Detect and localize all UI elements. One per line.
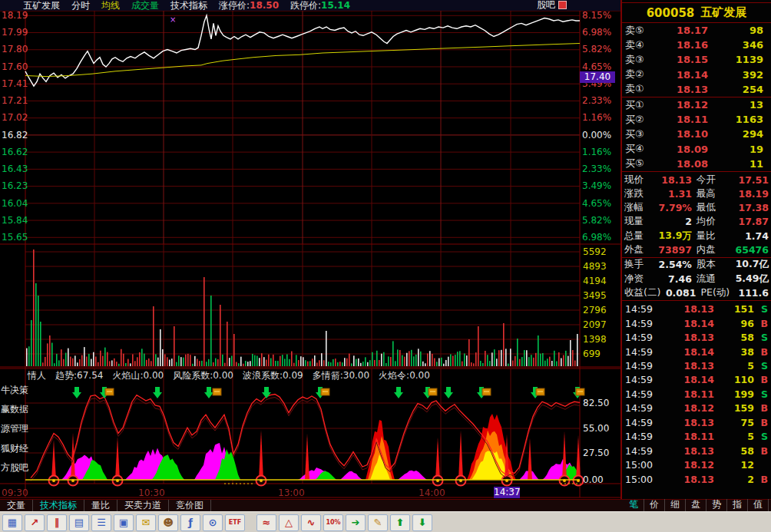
volume-bar [45,357,46,366]
right-tab-值[interactable]: 值 [748,499,769,511]
volume-bar [236,362,237,366]
tab-买卖力道[interactable]: 买卖力道 [117,500,169,512]
list-view-icon[interactable]: ☰ [91,514,111,531]
guba-button[interactable]: 股吧 [537,0,567,10]
right-tab-价[interactable]: 价 [644,499,665,511]
menu-item-均线[interactable]: 均线 [101,1,120,11]
ask-row[interactable]: 卖⑤18.1798 [622,23,771,38]
volume-bar [266,360,267,366]
right-tab-势[interactable]: 势 [706,499,727,511]
stat-value: 7.79% [644,202,692,213]
menu-item-技术指标[interactable]: 技术指标 [170,1,207,11]
tab-量比[interactable]: 量比 [84,500,117,512]
search-icon[interactable]: ⊙ [203,514,223,531]
sidebar-item-源管理[interactable]: 源管理 [1,423,28,434]
kline-chart-icon[interactable]: ‖ [47,514,67,531]
stat-row: 现价18.13今开17.51 [622,173,771,187]
sell-arrow-icon [394,387,403,398]
volume-bar [180,357,182,366]
volume-bar [556,362,558,366]
sidebar-item-狐财经[interactable]: 狐财经 [1,443,28,454]
ask-price: 18.17 [657,25,720,36]
volume-bar [512,361,514,366]
quote-board-icon[interactable]: ▦ [2,514,22,531]
tab-交量[interactable]: 交量 [0,500,33,512]
quote-stock-name: 五矿发展 [700,5,746,20]
sidebar-item-牛决策[interactable]: 牛决策 [1,385,28,395]
price-axis-left-label: 17.02 [2,112,28,123]
sidebar-item-方股吧[interactable]: 方股吧 [1,462,28,473]
trade-price: 18.11 [657,388,714,400]
right-tab-细[interactable]: 细 [665,499,686,511]
arrow-up-icon[interactable]: ⬆ [390,514,410,531]
chart-canvas[interactable] [0,11,620,499]
volume-bar [77,362,78,366]
right-tab-指[interactable]: 指 [727,499,748,511]
volume-bar [441,358,442,366]
bid-row[interactable]: 买⑤18.0811 [622,157,771,171]
tab-技术指标[interactable]: 技术指标 [33,500,84,512]
trend-chart-icon[interactable]: ↗ [25,514,45,531]
menu-item-成交量[interactable]: 成交量 [131,1,159,11]
page-copy-icon[interactable]: ▣ [114,514,134,531]
wave-lines-icon[interactable]: ≈ [256,514,276,531]
volume-bar [70,357,71,366]
function-icon[interactable]: ƒ [180,514,200,531]
volume-bar [190,355,191,366]
volume-axis-label: 4893 [583,261,607,272]
volume-bar [376,351,378,366]
stat-label: 股本 [692,258,716,271]
price-axis-left-label: 17.21 [2,95,28,106]
volume-bar [567,356,569,366]
panel-view-icon[interactable]: ▤ [69,514,89,531]
pencil-icon[interactable]: ✎ [368,514,388,531]
volume-bar [137,357,138,366]
mountain-chart-icon[interactable]: △ [279,514,299,531]
overlay-chart-icon[interactable]: ∿ [301,514,321,531]
guba-label: 股吧 [537,0,555,10]
volume-bar [519,359,521,366]
arrow-down-icon[interactable]: ⬇ [412,514,432,531]
volume-bar [178,355,180,366]
volume-bar [81,355,83,366]
volume-bar [570,340,571,366]
price-axis-left-label: 18.19 [2,10,28,21]
volume-bar [49,335,51,366]
volume-bar [402,355,403,366]
bid-row[interactable]: 买③18.10294 [622,127,771,141]
volume-bar [183,358,184,366]
bid-row[interactable]: 买④18.0919 [622,142,771,157]
volume-bar [107,352,108,366]
volume-bar [98,362,99,366]
bid-row[interactable]: 买①18.1213 [622,97,771,112]
volume-bar [438,359,440,366]
menu-item-分时[interactable]: 分时 [71,1,90,11]
ask-row[interactable]: 卖④18.16346 [622,38,771,52]
stat-label: 收益(二) [622,286,660,299]
volume-bar [47,343,48,366]
volume-bar [549,357,551,366]
ask-row[interactable]: 卖②18.14392 [622,68,771,82]
ask-row[interactable]: 卖③18.151139 [622,52,771,67]
users-icon[interactable]: ☻ [158,514,178,531]
volume-bar [167,357,168,366]
arrow-right-icon[interactable]: ➔ [346,514,366,531]
volume-bar [144,354,145,366]
tab-竞价图[interactable]: 竞价图 [169,500,211,512]
volume-bar [247,362,249,366]
volume-bar [538,335,539,366]
pct-axis-right-label: 5.82% [582,44,611,55]
mail-icon[interactable]: ✉ [136,514,156,531]
stat-value: 2.54% [644,259,692,270]
bid-row[interactable]: 买②18.111163 [622,112,771,127]
etf-icon[interactable]: ETF [225,514,245,531]
right-tab-笔[interactable]: 笔 [624,499,644,511]
sidebar-item-赢数据[interactable]: 赢数据 [1,404,28,415]
ask-row[interactable]: 卖①18.13254 [622,82,771,97]
price-axis-left-label: 16.04 [2,198,28,209]
volume-bar [478,326,479,366]
volume-bar [459,351,461,366]
right-tab-盘[interactable]: 盘 [686,499,706,511]
ten-percent-icon[interactable]: 10% [323,514,343,531]
indicator-axis-label: 82.50 [583,398,609,408]
